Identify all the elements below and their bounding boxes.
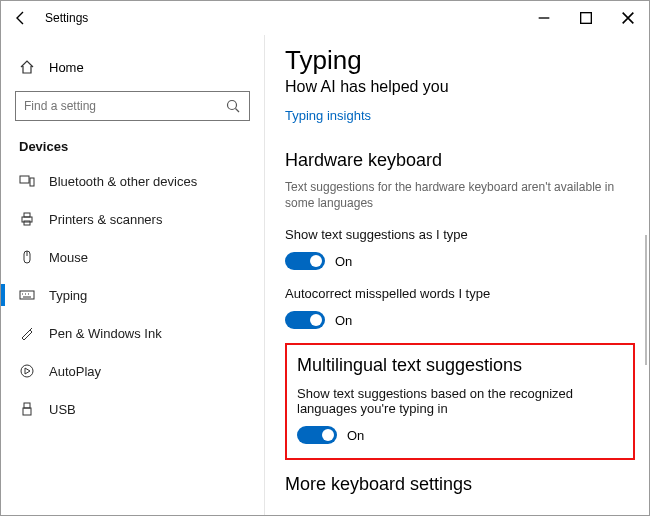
- content-pane: Typing How AI has helped you Typing insi…: [265, 35, 649, 515]
- sidebar-item-pen[interactable]: Pen & Windows Ink: [1, 314, 250, 352]
- home-button[interactable]: Home: [15, 51, 250, 83]
- toggle-state: On: [347, 428, 364, 443]
- printer-icon: [19, 211, 35, 227]
- settings-window: Settings Home: [0, 0, 650, 516]
- sidebar: Home Devices Bluetooth & other devices P…: [1, 35, 265, 515]
- more-keyboard-heading: More keyboard settings: [285, 474, 635, 495]
- toggle-state: On: [335, 254, 352, 269]
- sidebar-item-bluetooth[interactable]: Bluetooth & other devices: [1, 162, 250, 200]
- pen-icon: [19, 325, 35, 341]
- svg-line-3: [236, 109, 240, 113]
- devices-icon: [19, 173, 35, 189]
- svg-rect-11: [20, 291, 34, 299]
- back-icon[interactable]: [13, 10, 29, 26]
- sidebar-item-typing[interactable]: Typing: [1, 276, 250, 314]
- hardware-keyboard-heading: Hardware keyboard: [285, 150, 635, 171]
- hardware-keyboard-desc: Text suggestions for the hardware keyboa…: [285, 179, 635, 211]
- minimize-button[interactable]: [523, 4, 565, 32]
- page-subtitle: How AI has helped you: [285, 78, 635, 96]
- nav-label: USB: [49, 402, 76, 417]
- multilingual-heading: Multilingual text suggestions: [297, 355, 623, 376]
- svg-rect-1: [581, 13, 592, 24]
- multilingual-desc: Show text suggestions based on the recog…: [297, 386, 623, 416]
- setting-show-suggestions-label: Show text suggestions as I type: [285, 227, 635, 242]
- svg-point-2: [228, 101, 237, 110]
- keyboard-icon: [19, 287, 35, 303]
- scrollbar[interactable]: [645, 235, 647, 365]
- sidebar-item-mouse[interactable]: Mouse: [1, 238, 250, 276]
- typing-insights-link[interactable]: Typing insights: [285, 108, 371, 123]
- search-icon: [225, 98, 241, 114]
- mouse-icon: [19, 249, 35, 265]
- toggle-autocorrect[interactable]: [285, 311, 325, 329]
- toggle-state: On: [335, 313, 352, 328]
- nav-label: Mouse: [49, 250, 88, 265]
- setting-autocorrect-label: Autocorrect misspelled words I type: [285, 286, 635, 301]
- usb-icon: [19, 401, 35, 417]
- search-field[interactable]: [24, 99, 225, 113]
- svg-rect-5: [30, 178, 34, 186]
- maximize-button[interactable]: [565, 4, 607, 32]
- nav-label: Printers & scanners: [49, 212, 162, 227]
- svg-rect-4: [20, 176, 29, 183]
- titlebar: Settings: [1, 1, 649, 35]
- sidebar-item-autoplay[interactable]: AutoPlay: [1, 352, 250, 390]
- nav-label: Bluetooth & other devices: [49, 174, 197, 189]
- home-icon: [19, 59, 35, 75]
- toggle-show-suggestions[interactable]: [285, 252, 325, 270]
- toggle-multilingual[interactable]: [297, 426, 337, 444]
- search-input[interactable]: [15, 91, 250, 121]
- svg-point-16: [21, 365, 33, 377]
- section-header: Devices: [19, 139, 250, 154]
- svg-rect-18: [23, 408, 31, 415]
- close-button[interactable]: [607, 4, 649, 32]
- autoplay-icon: [19, 363, 35, 379]
- window-title: Settings: [45, 11, 88, 25]
- nav-label: Typing: [49, 288, 87, 303]
- sidebar-item-printers[interactable]: Printers & scanners: [1, 200, 250, 238]
- svg-rect-7: [24, 213, 30, 217]
- svg-rect-17: [24, 403, 30, 408]
- nav-label: Pen & Windows Ink: [49, 326, 162, 341]
- multilingual-highlight-box: Multilingual text suggestions Show text …: [285, 343, 635, 460]
- sidebar-item-usb[interactable]: USB: [1, 390, 250, 428]
- home-label: Home: [49, 60, 84, 75]
- page-title: Typing: [285, 45, 635, 76]
- nav-label: AutoPlay: [49, 364, 101, 379]
